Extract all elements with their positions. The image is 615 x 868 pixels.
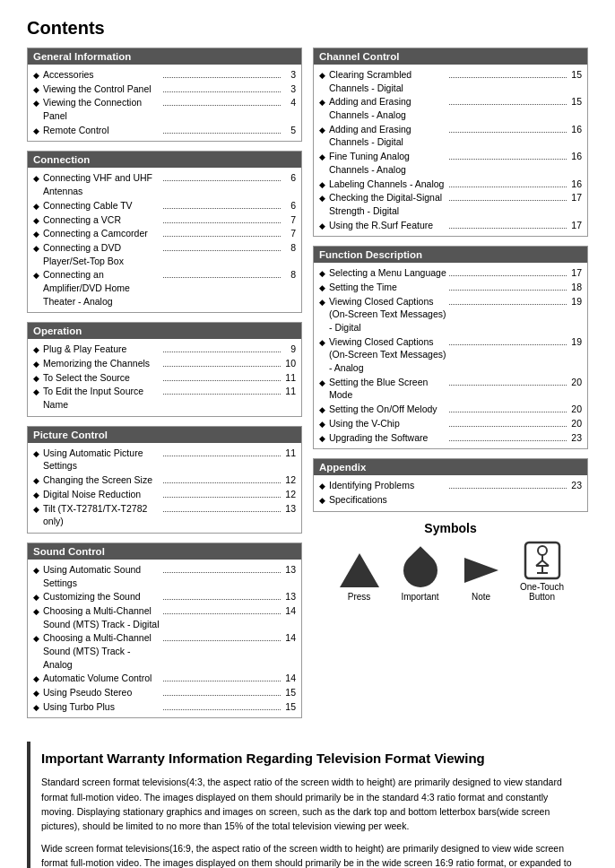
symbol-item-press: Press (337, 552, 382, 602)
list-item: ◆Connecting a DVD Player/Set-Top Box8 (33, 241, 296, 267)
toc-page-number: 8 (283, 268, 296, 282)
toc-item-text: Automatic Volume Control (43, 672, 160, 685)
toc-item-text: Checking the Digital-Signal Strength - D… (329, 191, 446, 217)
symbol-label-important: Important (401, 592, 438, 602)
section-header-channel-control: Channel Control (314, 48, 587, 65)
toc-page-number: 11 (283, 371, 296, 385)
toc-page-number: 19 (569, 295, 582, 308)
toc-page-number: 11 (283, 385, 296, 398)
section-header-general-information: General Information (28, 48, 301, 65)
toc-item-text: Using Automatic Sound Settings (43, 563, 160, 589)
section-header-picture-control: Picture Control (28, 427, 301, 443)
toc-page-number: 17 (569, 191, 582, 204)
bullet-icon: ◆ (319, 221, 325, 232)
list-item: ◆Setting the Blue Screen Mode20 (319, 376, 582, 402)
bullet-icon: ◆ (33, 359, 39, 370)
list-item: ◆Selecting a Menu Language17 (319, 266, 582, 280)
toc-item-text: Using Turbo Plus (43, 700, 160, 714)
list-item: ◆Connecting a Camcorder7 (33, 227, 296, 240)
bullet-icon: ◆ (33, 70, 39, 82)
list-item: ◆Upgrading the Software23 (319, 431, 582, 445)
bullet-icon: ◆ (33, 215, 39, 227)
toc-page-number: 15 (569, 68, 582, 82)
toc-section-channel-control: Channel Control◆Clearing Scrambled Chann… (313, 48, 588, 237)
section-header-sound-control: Sound Control (28, 543, 301, 560)
list-item: ◆Memorizing the Channels10 (33, 357, 296, 370)
bullet-icon: ◆ (33, 126, 39, 137)
toc-item-text: To Edit the Input Source Name (43, 385, 160, 411)
toc-page-number: 16 (569, 178, 582, 191)
toc-item-text: Connecting an Amplifier/DVD Home Theater… (43, 268, 160, 308)
toc-item-text: Connecting a VCR (43, 213, 160, 227)
toc-page-number: 14 (283, 672, 296, 685)
toc-page-number: 20 (569, 376, 582, 389)
bullet-icon: ◆ (319, 268, 325, 280)
left-column: General Information◆Accessories3◆Viewing… (27, 48, 302, 727)
list-item: ◆Viewing Closed Captions (On-Screen Text… (319, 295, 582, 334)
list-item: ◆Using Pseudo Stereo15 (33, 686, 296, 699)
bullet-icon: ◆ (33, 386, 39, 398)
list-item: ◆Setting the Time18 (319, 281, 582, 294)
bullet-icon: ◆ (319, 97, 325, 108)
toc-page-number: 20 (569, 417, 582, 430)
toc-item-text: Connecting a DVD Player/Set-Top Box (43, 241, 160, 267)
warranty-paragraph-1: Wide screen format televisions(16:9, the… (41, 841, 577, 869)
symbol-label-one-touch: One-Touch Button (520, 582, 564, 602)
triangle-shape (340, 553, 379, 587)
toc-item-text: Viewing Closed Captions (On-Screen Text … (329, 335, 446, 375)
bullet-icon: ◆ (319, 193, 325, 204)
toc-section-picture-control: Picture Control◆Using Automatic Picture … (27, 426, 302, 534)
bullet-icon: ◆ (33, 201, 39, 213)
bullet-icon: ◆ (33, 633, 39, 645)
one-touch-icon (520, 542, 565, 578)
symbol-label-press: Press (348, 592, 371, 602)
warranty-body: Standard screen format televisions(4:3, … (41, 775, 577, 868)
toc-page-number: 12 (283, 488, 296, 501)
toc-item-text: Using Pseudo Stereo (43, 686, 160, 699)
list-item: ◆Changing the Screen Size12 (33, 473, 296, 487)
toc-item-text: Tilt (TX-T2781/TX-T2782 only) (43, 502, 160, 528)
toc-item-text: Connecting Cable TV (43, 199, 160, 213)
toc-page-number: 13 (283, 502, 296, 516)
page: Contents General Information◆Accessories… (0, 0, 615, 868)
toc-page-number: 7 (283, 227, 296, 240)
bullet-icon: ◆ (33, 344, 39, 356)
list-item: ◆Choosing a Multi-Channel Sound (MTS) Tr… (33, 604, 296, 630)
toc-item-text: Identifying Problems (329, 479, 446, 492)
bullet-icon: ◆ (33, 702, 39, 714)
toc-page-number: 4 (283, 96, 296, 109)
list-item: ◆Customizing the Sound13 (33, 590, 296, 603)
toc-item-text: Using Automatic Picture Settings (43, 447, 160, 473)
symbols-row: PressImportantNote One-Touch Button (313, 542, 588, 602)
toc-item-text: Remote Control (43, 124, 160, 137)
symbols-section: SymbolsPressImportantNote One-Touch Butt… (313, 521, 588, 602)
toc-columns: General Information◆Accessories3◆Viewing… (27, 48, 588, 727)
list-item: ◆Identifying Problems23 (319, 479, 582, 492)
symbol-label-note: Note (472, 592, 490, 602)
page-title: Contents (27, 18, 588, 39)
list-item: ◆Connecting VHF and UHF Antennas6 (33, 171, 296, 197)
toc-page-number: 3 (283, 82, 296, 96)
toc-page-number: 6 (283, 171, 296, 185)
press-icon (337, 552, 382, 588)
list-item: ◆Remote Control5 (33, 124, 296, 137)
toc-item-text: Labeling Channels - Analog (329, 178, 446, 191)
warranty-section: Important Warranty Information Regarding… (27, 742, 588, 868)
toc-item-text: Clearing Scrambled Channels - Digital (329, 68, 446, 94)
toc-page-number: 7 (283, 213, 296, 227)
bullet-icon: ◆ (33, 490, 39, 501)
bullet-icon: ◆ (319, 152, 325, 163)
bullet-icon: ◆ (33, 448, 39, 460)
list-item: ◆Using Automatic Picture Settings11 (33, 447, 296, 473)
toc-item-text: Choosing a Multi-Channel Sound (MTS) Tra… (43, 604, 160, 630)
toc-page-number: 11 (283, 447, 296, 460)
list-item: ◆Adding and Erasing Channels - Analog15 (319, 95, 582, 121)
section-header-function-description: Function Description (314, 247, 587, 263)
toc-section-appendix: Appendix◆Identifying Problems23◆Specific… (313, 458, 588, 511)
toc-item-text: Viewing the Control Panel (43, 82, 160, 96)
bullet-icon: ◆ (319, 378, 325, 389)
section-header-connection: Connection (28, 152, 301, 168)
section-body-sound-control: ◆Using Automatic Sound Settings13◆Custom… (28, 560, 301, 718)
toc-page-number: 12 (283, 473, 296, 487)
section-body-picture-control: ◆Using Automatic Picture Settings11◆Chan… (28, 443, 301, 533)
